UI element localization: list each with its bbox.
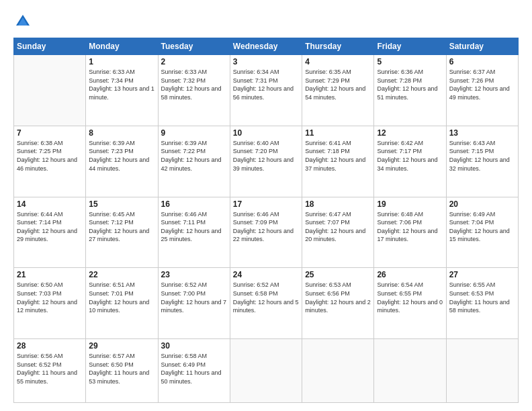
day-number: 5 [377, 57, 443, 66]
calendar-cell: 17Sunrise: 6:46 AMSunset: 7:09 PMDayligh… [230, 197, 302, 268]
calendar-cell: 30Sunrise: 6:58 AMSunset: 6:49 PMDayligh… [158, 339, 230, 403]
calendar-cell: 13Sunrise: 6:43 AMSunset: 7:15 PMDayligh… [446, 126, 518, 197]
day-info: Sunrise: 6:53 AMSunset: 6:56 PMDaylight:… [305, 281, 371, 314]
day-info: Sunrise: 6:33 AMSunset: 7:32 PMDaylight:… [161, 68, 227, 101]
calendar-cell: 10Sunrise: 6:40 AMSunset: 7:20 PMDayligh… [230, 126, 302, 197]
calendar-cell: 2Sunrise: 6:33 AMSunset: 7:32 PMDaylight… [158, 55, 230, 126]
calendar-cell: 7Sunrise: 6:38 AMSunset: 7:25 PMDaylight… [14, 126, 86, 197]
day-number: 11 [305, 128, 371, 138]
day-info: Sunrise: 6:51 AMSunset: 7:01 PMDaylight:… [89, 281, 154, 314]
day-info: Sunrise: 6:49 AMSunset: 7:04 PMDaylight:… [449, 210, 515, 244]
calendar-cell: 22Sunrise: 6:51 AMSunset: 7:01 PMDayligh… [86, 268, 158, 339]
day-info: Sunrise: 6:46 AMSunset: 7:11 PMDaylight:… [161, 210, 227, 244]
weekday-header-thursday: Thursday [302, 38, 374, 55]
calendar-cell: 4Sunrise: 6:35 AMSunset: 7:29 PMDaylight… [302, 55, 374, 126]
weekday-header-wednesday: Wednesday [230, 38, 302, 55]
calendar-cell: 15Sunrise: 6:45 AMSunset: 7:12 PMDayligh… [86, 197, 158, 268]
logo [13, 12, 35, 31]
day-info: Sunrise: 6:52 AMSunset: 7:00 PMDaylight:… [161, 281, 227, 314]
day-number: 3 [233, 57, 299, 66]
day-info: Sunrise: 6:38 AMSunset: 7:25 PMDaylight:… [17, 139, 83, 173]
calendar-cell: 3Sunrise: 6:34 AMSunset: 7:31 PMDaylight… [230, 55, 302, 126]
day-number: 1 [89, 57, 154, 66]
day-number: 23 [161, 270, 227, 279]
day-info: Sunrise: 6:43 AMSunset: 7:15 PMDaylight:… [449, 139, 515, 173]
day-info: Sunrise: 6:42 AMSunset: 7:17 PMDaylight:… [377, 139, 443, 173]
day-number: 27 [449, 270, 515, 279]
calendar-cell: 14Sunrise: 6:44 AMSunset: 7:14 PMDayligh… [14, 197, 86, 268]
day-number: 24 [233, 270, 299, 279]
calendar-cell: 28Sunrise: 6:56 AMSunset: 6:52 PMDayligh… [14, 339, 86, 403]
day-number: 19 [377, 199, 443, 209]
calendar-cell [302, 339, 374, 403]
calendar-cell: 11Sunrise: 6:41 AMSunset: 7:18 PMDayligh… [302, 126, 374, 197]
calendar-cell: 29Sunrise: 6:57 AMSunset: 6:50 PMDayligh… [86, 339, 158, 403]
calendar-cell [374, 339, 446, 403]
calendar-cell: 26Sunrise: 6:54 AMSunset: 6:55 PMDayligh… [374, 268, 446, 339]
calendar-cell: 20Sunrise: 6:49 AMSunset: 7:04 PMDayligh… [446, 197, 518, 268]
week-row-5: 28Sunrise: 6:56 AMSunset: 6:52 PMDayligh… [14, 339, 519, 403]
day-number: 12 [377, 128, 443, 138]
day-info: Sunrise: 6:33 AMSunset: 7:34 PMDaylight:… [89, 68, 154, 101]
calendar-cell: 18Sunrise: 6:47 AMSunset: 7:07 PMDayligh… [302, 197, 374, 268]
day-info: Sunrise: 6:46 AMSunset: 7:09 PMDaylight:… [233, 210, 299, 244]
day-info: Sunrise: 6:54 AMSunset: 6:55 PMDaylight:… [377, 281, 443, 314]
day-number: 6 [449, 57, 515, 66]
day-info: Sunrise: 6:52 AMSunset: 6:58 PMDaylight:… [233, 281, 299, 314]
day-number: 22 [89, 270, 154, 279]
calendar-cell: 9Sunrise: 6:39 AMSunset: 7:22 PMDaylight… [158, 126, 230, 197]
day-number: 8 [89, 128, 154, 138]
day-number: 30 [161, 341, 227, 351]
day-number: 25 [305, 270, 371, 279]
week-row-2: 7Sunrise: 6:38 AMSunset: 7:25 PMDaylight… [14, 126, 519, 197]
calendar-cell [230, 339, 302, 403]
day-info: Sunrise: 6:48 AMSunset: 7:06 PMDaylight:… [377, 210, 443, 244]
day-info: Sunrise: 6:37 AMSunset: 7:26 PMDaylight:… [449, 68, 515, 101]
calendar-table: SundayMondayTuesdayWednesdayThursdayFrid… [13, 38, 519, 403]
day-info: Sunrise: 6:50 AMSunset: 7:03 PMDaylight:… [17, 281, 83, 314]
day-number: 20 [449, 199, 515, 209]
calendar-cell: 1Sunrise: 6:33 AMSunset: 7:34 PMDaylight… [86, 55, 158, 126]
day-info: Sunrise: 6:57 AMSunset: 6:50 PMDaylight:… [89, 352, 154, 385]
calendar-cell: 12Sunrise: 6:42 AMSunset: 7:17 PMDayligh… [374, 126, 446, 197]
day-info: Sunrise: 6:36 AMSunset: 7:28 PMDaylight:… [377, 68, 443, 101]
day-info: Sunrise: 6:39 AMSunset: 7:22 PMDaylight:… [161, 139, 227, 173]
weekday-header-monday: Monday [86, 38, 158, 55]
calendar-cell: 8Sunrise: 6:39 AMSunset: 7:23 PMDaylight… [86, 126, 158, 197]
day-number: 15 [89, 199, 154, 209]
calendar-cell: 5Sunrise: 6:36 AMSunset: 7:28 PMDaylight… [374, 55, 446, 126]
day-info: Sunrise: 6:35 AMSunset: 7:29 PMDaylight:… [305, 68, 371, 101]
day-number: 17 [233, 199, 299, 209]
day-number: 18 [305, 199, 371, 209]
day-number: 13 [449, 128, 515, 138]
weekday-header-sunday: Sunday [14, 38, 86, 55]
day-number: 10 [233, 128, 299, 138]
day-number: 29 [89, 341, 154, 351]
weekday-header-friday: Friday [374, 38, 446, 55]
day-number: 21 [17, 270, 83, 279]
calendar-cell: 24Sunrise: 6:52 AMSunset: 6:58 PMDayligh… [230, 268, 302, 339]
logo-icon [13, 12, 32, 31]
day-number: 16 [161, 199, 227, 209]
week-row-4: 21Sunrise: 6:50 AMSunset: 7:03 PMDayligh… [14, 268, 519, 339]
day-info: Sunrise: 6:45 AMSunset: 7:12 PMDaylight:… [89, 210, 154, 244]
day-info: Sunrise: 6:41 AMSunset: 7:18 PMDaylight:… [305, 139, 371, 173]
weekday-header-tuesday: Tuesday [158, 38, 230, 55]
day-info: Sunrise: 6:34 AMSunset: 7:31 PMDaylight:… [233, 68, 299, 101]
calendar-cell [14, 55, 86, 126]
calendar-cell: 23Sunrise: 6:52 AMSunset: 7:00 PMDayligh… [158, 268, 230, 339]
day-info: Sunrise: 6:40 AMSunset: 7:20 PMDaylight:… [233, 139, 299, 173]
calendar-cell: 25Sunrise: 6:53 AMSunset: 6:56 PMDayligh… [302, 268, 374, 339]
day-number: 28 [17, 341, 83, 351]
calendar-cell: 6Sunrise: 6:37 AMSunset: 7:26 PMDaylight… [446, 55, 518, 126]
calendar-cell: 21Sunrise: 6:50 AMSunset: 7:03 PMDayligh… [14, 268, 86, 339]
day-number: 26 [377, 270, 443, 279]
header [13, 12, 519, 31]
weekday-header-saturday: Saturday [446, 38, 518, 55]
day-info: Sunrise: 6:39 AMSunset: 7:23 PMDaylight:… [89, 139, 154, 173]
day-info: Sunrise: 6:44 AMSunset: 7:14 PMDaylight:… [17, 210, 83, 244]
calendar-cell [446, 339, 518, 403]
day-info: Sunrise: 6:47 AMSunset: 7:07 PMDaylight:… [305, 210, 371, 244]
week-row-1: 1Sunrise: 6:33 AMSunset: 7:34 PMDaylight… [14, 55, 519, 126]
day-number: 2 [161, 57, 227, 66]
